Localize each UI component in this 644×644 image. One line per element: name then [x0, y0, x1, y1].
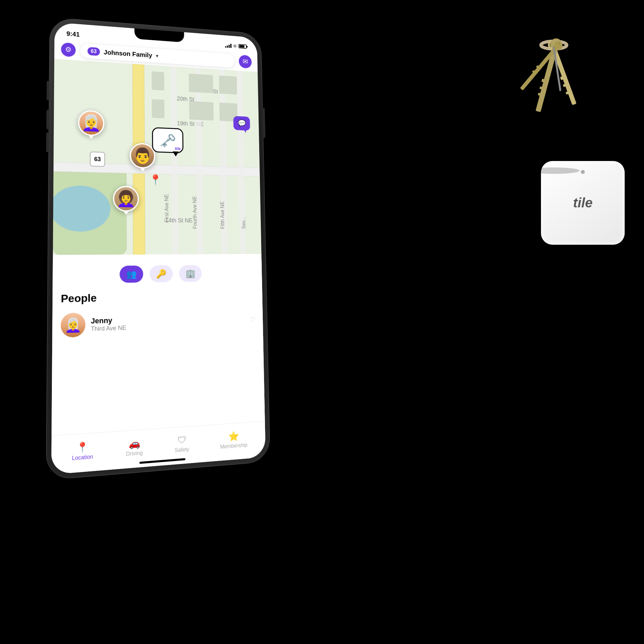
map-view[interactable]: 20th St 19th St NE 21st St First Ave NE … — [53, 59, 261, 255]
svg-rect-19 — [189, 74, 213, 93]
status-time: 9:41 — [66, 30, 80, 38]
gear-icon: ⚙ — [65, 45, 72, 54]
phone-mockup: 9:41 ⊖ ⚙ — [46, 17, 270, 480]
tile-device-logo: tile — [573, 195, 593, 211]
keys-svg — [496, 26, 612, 174]
mail-icon: ✉ — [242, 58, 248, 66]
content-tabs: 👥 🔑 🏢 — [52, 258, 262, 287]
person-photo-1: 👩‍🦳 — [78, 110, 104, 137]
person-photo-3: 👩‍🦱 — [113, 186, 139, 212]
jenny-info: Jenny Third Ave NE — [91, 313, 245, 333]
person-avatar-3[interactable]: 👩‍🦱 — [113, 186, 139, 212]
nav-membership[interactable]: ⭐ Membership — [220, 430, 248, 450]
svg-rect-24 — [152, 99, 164, 118]
svg-text:Fourth Ave NE: Fourth Ave NE — [192, 196, 198, 229]
keys-tab-icon: 🔑 — [156, 269, 166, 279]
person-row[interactable]: 👩‍🦳 Jenny Third Ave NE ♡ — [61, 305, 256, 341]
items-tab[interactable]: 🔑 — [150, 265, 173, 282]
physical-keys — [496, 26, 612, 175]
svg-text:14th St NE: 14th St NE — [165, 217, 193, 223]
svg-rect-21 — [189, 101, 213, 121]
people-icon: 👥 — [126, 269, 137, 279]
svg-rect-20 — [219, 75, 237, 94]
places-tab[interactable]: 🏢 — [179, 265, 202, 282]
phone-screen: 9:41 ⊖ ⚙ — [51, 22, 266, 474]
svg-point-44 — [528, 167, 580, 174]
nav-driving[interactable]: 🚗 Driving — [126, 437, 143, 457]
battery-icon — [239, 44, 247, 49]
route-badge: 63 — [88, 47, 100, 56]
location-pin-icon: 📍 — [149, 174, 162, 185]
map-location-pin: 📍 — [149, 174, 162, 186]
family-name: Johnson Family — [104, 49, 152, 59]
map-svg: 20th St 19th St NE 21st St First Ave NE … — [53, 59, 261, 255]
tile-logo: tile — [175, 146, 181, 151]
nav-safety[interactable]: 🛡 Safety — [175, 434, 189, 454]
people-tab[interactable]: 👥 — [119, 266, 143, 283]
jenny-avatar: 👩‍🦳 — [61, 313, 85, 338]
location-nav-icon: 📍 — [76, 441, 89, 454]
chevron-down-icon: ▾ — [156, 53, 158, 59]
building-icon: 🏢 — [185, 269, 195, 279]
people-section: People 👩‍🦳 Jenny Third Ave NE ♡ — [52, 284, 263, 342]
people-title: People — [61, 289, 255, 305]
keys-emoji: 🗝️ — [160, 132, 176, 148]
signal-icon — [225, 43, 232, 48]
person-avatar-2[interactable]: 👨 — [130, 143, 156, 169]
route-63-badge: 63 — [90, 152, 105, 167]
tile-bubble-inner: 🗝️ tile — [152, 127, 184, 153]
person-avatar-1[interactable]: 👩‍🦳 — [78, 110, 104, 137]
membership-nav-icon: ⭐ — [228, 431, 239, 442]
membership-nav-label: Membership — [220, 442, 247, 450]
person-photo-2: 👨 — [130, 143, 156, 169]
phone-frame: 9:41 ⊖ ⚙ — [46, 17, 270, 480]
svg-text:Sev...: Sev... — [241, 217, 246, 229]
driving-nav-label: Driving — [126, 450, 143, 457]
chat-icon: 💬 — [238, 119, 246, 127]
safety-nav-icon: 🛡 — [177, 434, 186, 446]
status-icons: ⊖ — [225, 43, 247, 49]
messages-button[interactable]: ✉ — [239, 55, 252, 69]
svg-text:Fifth Ave NE: Fifth Ave NE — [219, 201, 225, 229]
settings-button[interactable]: ⚙ — [61, 42, 76, 57]
heart-icon: ♡ — [250, 316, 256, 324]
wifi-icon: ⊖ — [233, 43, 237, 49]
tile-keys-bubble[interactable]: 🗝️ tile — [152, 127, 184, 156]
safety-nav-label: Safety — [175, 446, 189, 453]
driving-nav-icon: 🚗 — [128, 437, 140, 450]
location-nav-label: Location — [72, 454, 93, 462]
nav-location[interactable]: 📍 Location — [72, 441, 93, 462]
svg-rect-23 — [152, 71, 164, 90]
chat-bubble[interactable]: 💬 — [233, 116, 250, 130]
